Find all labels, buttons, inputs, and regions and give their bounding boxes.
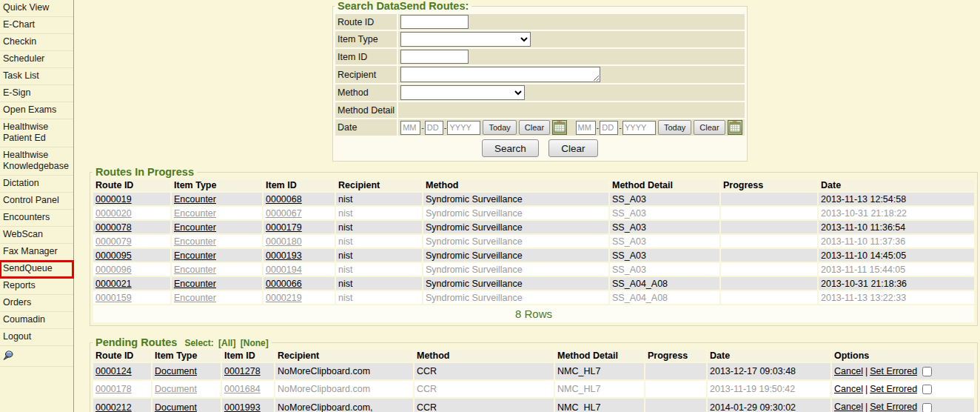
row-checkbox[interactable] xyxy=(922,403,932,412)
route-id-link[interactable]: 0000178 xyxy=(95,384,132,394)
item-id-link[interactable]: 0000067 xyxy=(266,208,302,219)
clear-button[interactable]: Clear xyxy=(548,139,597,157)
sidebar-item-e-sign[interactable]: E-Sign xyxy=(0,85,73,102)
item-id-link[interactable]: 0000179 xyxy=(266,222,302,233)
sidebar-item-healthwise-knowledgebase[interactable]: Healthwise Knowledgebase xyxy=(0,147,73,176)
sidebar-item-e-chart[interactable]: E-Chart xyxy=(0,17,73,34)
globe-pen-icon[interactable] xyxy=(3,350,14,360)
route-id-link[interactable]: 0000020 xyxy=(95,208,132,219)
date-to-yyyy-input[interactable] xyxy=(622,121,656,135)
date-to-clear-button[interactable]: Clear xyxy=(694,120,725,135)
select-all-link[interactable]: [All] xyxy=(218,338,235,348)
sidebar-item-task-list[interactable]: Task List xyxy=(0,68,73,85)
table-cell: SS_A03 xyxy=(610,193,719,205)
item-type-link[interactable]: Encounter xyxy=(174,194,216,205)
calendar-icon[interactable]: MAY xyxy=(552,120,567,135)
row-checkbox[interactable] xyxy=(922,385,932,394)
search-form-title: Search DataSend Routes: xyxy=(335,0,471,12)
date-from-yyyy-input[interactable] xyxy=(447,121,480,135)
sidebar-item-coumadin[interactable]: Coumadin xyxy=(0,312,73,329)
item-type-link[interactable]: Document xyxy=(155,402,197,412)
route-id-link[interactable]: 0000096 xyxy=(95,265,132,275)
cancel-link[interactable]: Cancel xyxy=(834,384,863,394)
sidebar-item-dictation[interactable]: Dictation xyxy=(0,176,73,193)
sidebar-item-orders[interactable]: Orders xyxy=(0,295,73,312)
item-type-link[interactable]: Encounter xyxy=(174,208,216,219)
date-to-mm-input[interactable] xyxy=(576,121,596,135)
table-cell: 2014-01-29 09:30:02 xyxy=(708,399,830,412)
item-type-link[interactable]: Encounter xyxy=(174,236,216,247)
sidebar-item-open-exams[interactable]: Open Exams xyxy=(0,102,73,119)
item-id-link[interactable]: 0000194 xyxy=(266,265,302,275)
item-type-select[interactable] xyxy=(400,32,531,47)
table-cell: 2013-11-13 13:22:33 xyxy=(819,291,974,304)
column-header-method: Method xyxy=(415,350,554,362)
item-id-link[interactable]: 0000193 xyxy=(266,250,302,261)
row-checkbox[interactable] xyxy=(922,367,932,376)
date-from-clear-button[interactable]: Clear xyxy=(519,120,550,135)
table-cell xyxy=(721,207,817,219)
select-none-link[interactable]: [None] xyxy=(241,338,269,348)
calendar-icon[interactable]: MAY xyxy=(728,120,742,135)
table-row: 0000212Document0001993NoMoreClipboard.co… xyxy=(93,399,974,412)
set-errored-link[interactable]: Set Errored xyxy=(870,366,917,376)
item-id-link[interactable]: 0000180 xyxy=(266,236,302,247)
date-to-today-button[interactable]: Today xyxy=(658,120,691,135)
sidebar-item-reports[interactable]: Reports xyxy=(0,278,73,295)
date-from-today-button[interactable]: Today xyxy=(483,120,516,135)
route-id-link[interactable]: 0000159 xyxy=(95,293,132,303)
date-to-dd-input[interactable] xyxy=(600,121,618,135)
table-cell: Syndromic Surveillance xyxy=(423,249,608,262)
column-header-method-detail: Method Detail xyxy=(555,350,644,362)
table-cell: SS_A03 xyxy=(610,235,719,247)
date-from-mm-input[interactable] xyxy=(400,121,420,135)
item-type-link[interactable]: Encounter xyxy=(174,279,216,289)
options-separator: | xyxy=(865,384,867,394)
sidebar-item-control-panel[interactable]: Control Panel xyxy=(0,193,73,210)
date-to-picker: - - Today Clear MAY xyxy=(576,120,742,135)
route-id-link[interactable]: 0000021 xyxy=(95,279,132,289)
method-label: Method xyxy=(335,84,397,101)
route-id-link[interactable]: 0000078 xyxy=(95,222,132,233)
method-select[interactable] xyxy=(400,85,525,100)
sidebar-item-fax-manager[interactable]: Fax Manager xyxy=(0,244,73,261)
item-id-link[interactable]: 0001278 xyxy=(224,366,261,376)
route-id-link[interactable]: 0000079 xyxy=(95,236,132,247)
item-type-link[interactable]: Encounter xyxy=(174,293,216,303)
item-id-link[interactable]: 0000219 xyxy=(266,293,302,303)
search-button[interactable]: Search xyxy=(482,139,539,157)
item-type-link[interactable]: Encounter xyxy=(174,265,216,275)
item-type-link[interactable]: Document xyxy=(155,366,197,376)
sidebar-item-encounters[interactable]: Encounters xyxy=(0,210,73,227)
set-errored-link[interactable]: Set Errored xyxy=(870,384,917,394)
column-header-item-id: Item ID xyxy=(222,350,274,362)
item-id-link[interactable]: 0000068 xyxy=(266,194,302,205)
sidebar-item-healthwise-patient-ed[interactable]: Healthwise Patient Ed xyxy=(0,119,73,147)
item-type-link[interactable]: Document xyxy=(155,384,197,394)
cancel-link[interactable]: Cancel xyxy=(834,402,863,412)
route-id-link[interactable]: 0000095 xyxy=(95,250,132,261)
route-id-link[interactable]: 0000019 xyxy=(95,194,132,205)
sidebar-item-sendqueue[interactable]: SendQueue xyxy=(0,261,73,278)
route-id-input[interactable] xyxy=(400,15,469,29)
sidebar-item-webscan[interactable]: WebScan xyxy=(0,227,73,244)
item-id-link[interactable]: 0001684 xyxy=(224,384,261,394)
item-id-link[interactable]: 0001993 xyxy=(224,402,261,412)
table-row: 0000021Encounter0000066nistSyndromic Sur… xyxy=(93,277,974,290)
route-id-link[interactable]: 0000124 xyxy=(95,366,132,376)
item-type-link[interactable]: Encounter xyxy=(174,250,216,261)
recipient-input[interactable] xyxy=(400,67,600,82)
table-row: 0000124Document0001278NoMoreClipboard.co… xyxy=(93,363,974,379)
sidebar-item-logout[interactable]: Logout xyxy=(0,329,73,346)
sidebar-item-quick-view[interactable]: Quick View xyxy=(0,0,73,17)
item-id-input[interactable] xyxy=(400,50,469,64)
set-errored-link[interactable]: Set Errored xyxy=(870,402,917,412)
date-from-dd-input[interactable] xyxy=(425,121,443,135)
route-id-link[interactable]: 0000212 xyxy=(95,402,132,412)
sidebar-item-scheduler[interactable]: Scheduler xyxy=(0,51,73,68)
item-type-link[interactable]: Encounter xyxy=(174,222,216,233)
cancel-link[interactable]: Cancel xyxy=(834,366,863,376)
table-row: 0000079Encounter0000180nistSyndromic Sur… xyxy=(93,235,974,247)
sidebar-item-checkin[interactable]: Checkin xyxy=(0,34,73,51)
item-id-link[interactable]: 0000066 xyxy=(266,279,302,289)
